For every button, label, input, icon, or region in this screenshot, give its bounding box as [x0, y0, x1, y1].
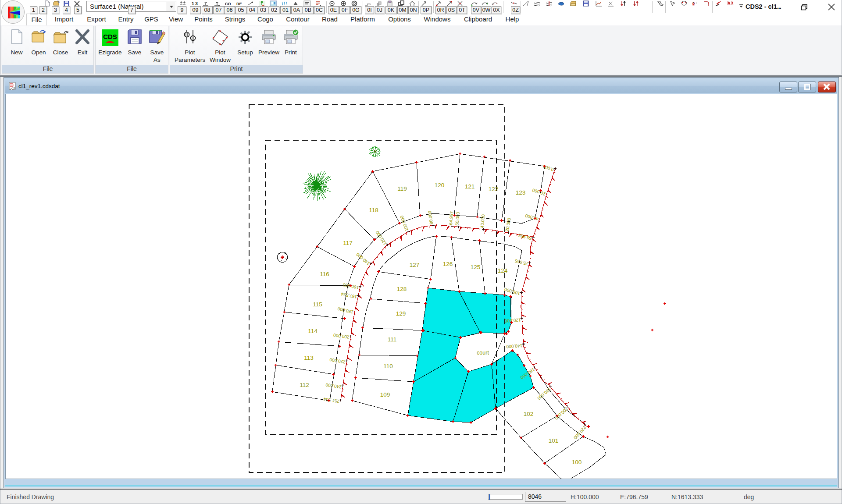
- svg-text:117: 117: [343, 240, 353, 246]
- svg-text:120: 120: [435, 182, 445, 188]
- svg-text:102: 102: [524, 411, 534, 417]
- svg-text:114: 114: [308, 328, 318, 334]
- svg-text:167.554: 167.554: [340, 291, 357, 299]
- svg-text:251.554: 251.554: [323, 397, 339, 404]
- svg-text:118: 118: [369, 207, 378, 213]
- svg-text:CDS: CDS: [103, 33, 117, 40]
- svg-text:119: 119: [397, 185, 407, 192]
- svg-text:116: 116: [320, 271, 329, 277]
- svg-text:110: 110: [383, 363, 393, 369]
- svg-text:101: 101: [549, 437, 559, 444]
- svg-text:220.000: 220.000: [573, 425, 587, 440]
- svg-text:180.000: 180.000: [536, 387, 552, 401]
- svg-text:125: 125: [471, 264, 481, 270]
- svg-text:180.000: 180.000: [337, 306, 354, 315]
- svg-text:112: 112: [300, 382, 309, 388]
- svg-text:40.000: 40.000: [524, 213, 539, 221]
- svg-text:122: 122: [489, 186, 499, 192]
- svg-text:64.957: 64.957: [448, 211, 454, 225]
- svg-text:129: 129: [396, 310, 406, 317]
- svg-text:100.000: 100.000: [399, 215, 409, 232]
- svg-text:200.000: 200.000: [553, 406, 569, 421]
- svg-text:140.000: 140.000: [355, 252, 371, 266]
- svg-text:123: 123: [516, 189, 526, 196]
- svg-text:124: 124: [498, 267, 508, 274]
- svg-text:111: 111: [388, 336, 397, 343]
- svg-text:60.000: 60.000: [454, 212, 460, 226]
- svg-text:200.000: 200.000: [333, 333, 350, 340]
- svg-text:100: 100: [572, 459, 582, 465]
- svg-text:121: 121: [465, 183, 475, 190]
- svg-text:127: 127: [410, 262, 420, 268]
- svg-text:113: 113: [304, 355, 314, 361]
- svg-text:court: court: [477, 350, 489, 356]
- svg-text:40.000: 40.000: [480, 214, 486, 228]
- svg-text:126: 126: [443, 261, 453, 267]
- svg-text:140.000: 140.000: [506, 343, 523, 349]
- svg-text:109: 109: [380, 391, 390, 398]
- svg-text:CO: CO: [225, 2, 231, 6]
- svg-text:80.000: 80.000: [427, 210, 434, 225]
- svg-text:240.000: 240.000: [325, 382, 342, 389]
- svg-text:20.000: 20.000: [532, 188, 546, 197]
- svg-text:220.000: 220.000: [329, 357, 346, 365]
- svg-text:115: 115: [313, 301, 322, 308]
- svg-text:1 3: 1 3: [192, 1, 198, 6]
- svg-text:55.955: 55.955: [517, 233, 532, 241]
- svg-text:DE: DE: [236, 2, 242, 6]
- svg-text:128: 128: [397, 286, 407, 292]
- svg-text:75.955: 75.955: [514, 258, 528, 266]
- svg-text:20.000: 20.000: [505, 217, 512, 232]
